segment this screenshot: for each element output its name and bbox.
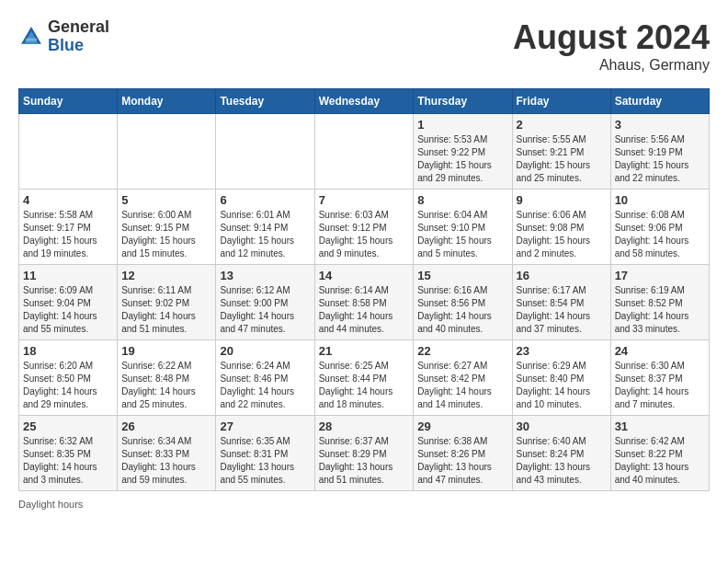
day-info: Sunrise: 6:27 AM Sunset: 8:42 PM Dayligh…: [417, 360, 507, 411]
day-info: Sunrise: 6:38 AM Sunset: 8:26 PM Dayligh…: [417, 435, 507, 487]
page-header: General Blue August 2024 Ahaus, Germany: [18, 18, 710, 74]
day-info: Sunrise: 6:19 AM Sunset: 8:52 PM Dayligh…: [615, 284, 705, 336]
calendar-cell: 9Sunrise: 6:06 AM Sunset: 9:08 PM Daylig…: [512, 190, 610, 265]
day-number: 20: [220, 344, 310, 358]
day-header-monday: Monday: [118, 89, 216, 114]
day-number: 24: [615, 344, 705, 358]
calendar-week-row: 25Sunrise: 6:32 AM Sunset: 8:35 PM Dayli…: [19, 416, 710, 491]
calendar-cell: 8Sunrise: 6:04 AM Sunset: 9:10 PM Daylig…: [414, 190, 512, 265]
calendar-cell: 28Sunrise: 6:37 AM Sunset: 8:29 PM Dayli…: [314, 416, 414, 491]
calendar-week-row: 11Sunrise: 6:09 AM Sunset: 9:04 PM Dayli…: [19, 265, 710, 340]
day-number: 11: [23, 269, 113, 282]
calendar-cell: 18Sunrise: 6:20 AM Sunset: 8:50 PM Dayli…: [19, 340, 118, 416]
day-info: Sunrise: 6:34 AM Sunset: 8:33 PM Dayligh…: [121, 435, 211, 487]
day-number: 8: [417, 193, 507, 207]
calendar-cell: 6Sunrise: 6:01 AM Sunset: 9:14 PM Daylig…: [216, 190, 314, 265]
calendar-cell: 14Sunrise: 6:14 AM Sunset: 8:58 PM Dayli…: [314, 265, 414, 340]
day-info: Sunrise: 6:29 AM Sunset: 8:40 PM Dayligh…: [517, 360, 607, 411]
day-info: Sunrise: 6:17 AM Sunset: 8:54 PM Dayligh…: [517, 284, 607, 336]
day-number: 19: [121, 344, 211, 358]
day-info: Sunrise: 6:03 AM Sunset: 9:12 PM Dayligh…: [319, 209, 410, 260]
day-number: 9: [517, 193, 607, 207]
calendar-cell: 22Sunrise: 6:27 AM Sunset: 8:42 PM Dayli…: [414, 340, 512, 416]
day-number: 2: [517, 118, 607, 132]
day-number: 25: [23, 419, 113, 433]
day-info: Sunrise: 6:06 AM Sunset: 9:08 PM Dayligh…: [517, 209, 607, 260]
logo-blue: Blue: [48, 36, 84, 54]
day-info: Sunrise: 5:56 AM Sunset: 9:19 PM Dayligh…: [615, 133, 705, 185]
day-header-wednesday: Wednesday: [314, 89, 414, 114]
day-number: 17: [615, 269, 705, 282]
title-block: August 2024 Ahaus, Germany: [513, 18, 710, 74]
day-number: 22: [417, 344, 507, 358]
calendar-cell: 17Sunrise: 6:19 AM Sunset: 8:52 PM Dayli…: [610, 265, 709, 340]
day-info: Sunrise: 6:09 AM Sunset: 9:04 PM Dayligh…: [23, 284, 113, 336]
calendar-cell: 26Sunrise: 6:34 AM Sunset: 8:33 PM Dayli…: [118, 416, 216, 491]
day-number: 29: [417, 419, 507, 433]
day-number: 4: [23, 193, 113, 207]
calendar-cell: 15Sunrise: 6:16 AM Sunset: 8:56 PM Dayli…: [414, 265, 512, 340]
calendar-cell: 11Sunrise: 6:09 AM Sunset: 9:04 PM Dayli…: [19, 265, 118, 340]
calendar-cell: 7Sunrise: 6:03 AM Sunset: 9:12 PM Daylig…: [314, 190, 414, 265]
logo: General Blue: [18, 18, 109, 55]
calendar-cell: [118, 114, 216, 190]
logo-general: General: [48, 17, 109, 36]
day-info: Sunrise: 6:16 AM Sunset: 8:56 PM Dayligh…: [417, 284, 507, 336]
calendar-week-row: 18Sunrise: 6:20 AM Sunset: 8:50 PM Dayli…: [19, 340, 710, 416]
calendar-cell: 12Sunrise: 6:11 AM Sunset: 9:02 PM Dayli…: [118, 265, 216, 340]
calendar-cell: [19, 114, 118, 190]
calendar-cell: 4Sunrise: 5:58 AM Sunset: 9:17 PM Daylig…: [19, 190, 118, 265]
calendar-cell: 27Sunrise: 6:35 AM Sunset: 8:31 PM Dayli…: [216, 416, 314, 491]
day-info: Sunrise: 6:20 AM Sunset: 8:50 PM Dayligh…: [23, 360, 113, 411]
calendar-header-row: SundayMondayTuesdayWednesdayThursdayFrid…: [19, 89, 710, 114]
calendar-table: SundayMondayTuesdayWednesdayThursdayFrid…: [18, 88, 710, 491]
day-info: Sunrise: 6:00 AM Sunset: 9:15 PM Dayligh…: [121, 209, 211, 260]
calendar-week-row: 1Sunrise: 5:53 AM Sunset: 9:22 PM Daylig…: [19, 114, 710, 190]
calendar-cell: 31Sunrise: 6:42 AM Sunset: 8:22 PM Dayli…: [610, 416, 709, 491]
calendar-cell: 5Sunrise: 6:00 AM Sunset: 9:15 PM Daylig…: [118, 190, 216, 265]
day-number: 5: [121, 193, 211, 207]
calendar-cell: 1Sunrise: 5:53 AM Sunset: 9:22 PM Daylig…: [414, 114, 512, 190]
calendar-cell: [216, 114, 314, 190]
calendar-cell: 10Sunrise: 6:08 AM Sunset: 9:06 PM Dayli…: [610, 190, 709, 265]
calendar-cell: 20Sunrise: 6:24 AM Sunset: 8:46 PM Dayli…: [216, 340, 314, 416]
day-header-saturday: Saturday: [610, 89, 709, 114]
day-number: 28: [319, 419, 410, 433]
calendar-cell: 2Sunrise: 5:55 AM Sunset: 9:21 PM Daylig…: [512, 114, 610, 190]
day-number: 15: [417, 269, 507, 282]
calendar-cell: 29Sunrise: 6:38 AM Sunset: 8:26 PM Dayli…: [414, 416, 512, 491]
day-info: Sunrise: 6:32 AM Sunset: 8:35 PM Dayligh…: [23, 435, 113, 487]
logo-icon: [18, 24, 44, 50]
day-info: Sunrise: 6:42 AM Sunset: 8:22 PM Dayligh…: [615, 435, 705, 487]
day-number: 7: [319, 193, 410, 207]
day-number: 1: [417, 118, 507, 132]
day-number: 18: [23, 344, 113, 358]
calendar-cell: 13Sunrise: 6:12 AM Sunset: 9:00 PM Dayli…: [216, 265, 314, 340]
day-number: 26: [121, 419, 211, 433]
day-info: Sunrise: 6:01 AM Sunset: 9:14 PM Dayligh…: [220, 209, 310, 260]
month-title: August 2024: [513, 18, 710, 57]
day-number: 30: [517, 419, 607, 433]
calendar-cell: 23Sunrise: 6:29 AM Sunset: 8:40 PM Dayli…: [512, 340, 610, 416]
day-number: 21: [319, 344, 410, 358]
day-number: 13: [220, 269, 310, 282]
calendar-cell: 21Sunrise: 6:25 AM Sunset: 8:44 PM Dayli…: [314, 340, 414, 416]
day-info: Sunrise: 6:37 AM Sunset: 8:29 PM Dayligh…: [319, 435, 410, 487]
calendar-cell: [314, 114, 414, 190]
day-info: Sunrise: 6:30 AM Sunset: 8:37 PM Dayligh…: [615, 360, 705, 411]
day-header-thursday: Thursday: [414, 89, 512, 114]
calendar-cell: 19Sunrise: 6:22 AM Sunset: 8:48 PM Dayli…: [118, 340, 216, 416]
location: Ahaus, Germany: [513, 57, 710, 74]
day-info: Sunrise: 6:11 AM Sunset: 9:02 PM Dayligh…: [121, 284, 211, 336]
day-number: 23: [517, 344, 607, 358]
day-info: Sunrise: 5:53 AM Sunset: 9:22 PM Dayligh…: [417, 133, 507, 185]
day-number: 6: [220, 193, 310, 207]
logo-text: General Blue: [48, 18, 109, 55]
day-info: Sunrise: 5:55 AM Sunset: 9:21 PM Dayligh…: [517, 133, 607, 185]
day-number: 10: [615, 193, 705, 207]
svg-rect-2: [26, 38, 37, 40]
calendar-cell: 16Sunrise: 6:17 AM Sunset: 8:54 PM Dayli…: [512, 265, 610, 340]
day-number: 3: [615, 118, 705, 132]
day-number: 27: [220, 419, 310, 433]
calendar-week-row: 4Sunrise: 5:58 AM Sunset: 9:17 PM Daylig…: [19, 190, 710, 265]
